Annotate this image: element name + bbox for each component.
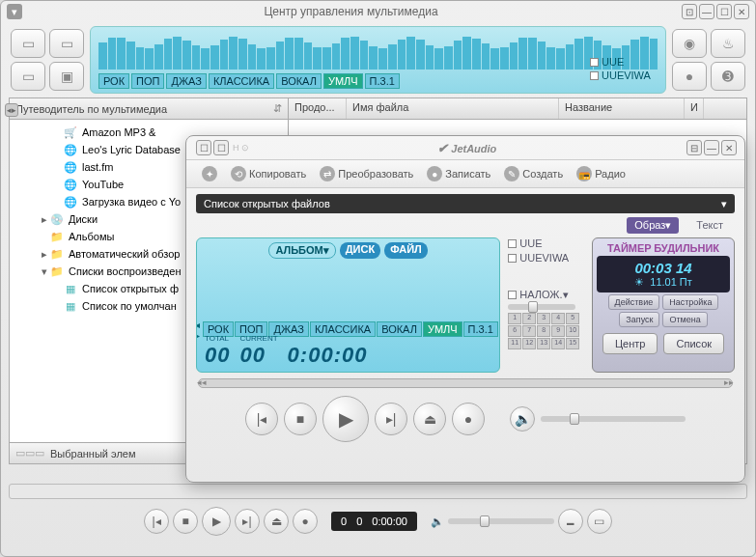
side-slider[interactable] [508, 304, 575, 310]
jetaudio-player-window: ☐ ☐ H ⊙ ✔ JetAudio ⊟ — ✕ ✦ ⟲Копировать⇄П… [185, 135, 745, 483]
mute-button[interactable]: 🗕 [558, 509, 583, 534]
play-button[interactable]: ▶ [202, 507, 231, 536]
preset-15[interactable]: 15 [566, 338, 579, 349]
tool-записать[interactable]: ●Записать [421, 163, 496, 184]
maximize-button[interactable]: ☐ [716, 4, 732, 19]
record-small-button[interactable]: ● [293, 509, 318, 534]
tool-радио[interactable]: 📻Радио [571, 163, 631, 184]
side-controls: UUE UUEVIWA НАЛОЖ.▾ 12345678910111213141… [508, 237, 584, 373]
player-min-button[interactable]: — [704, 140, 719, 155]
genre-рок[interactable]: РОК [98, 73, 129, 89]
tool-копировать[interactable]: ⟲Копировать [225, 163, 312, 184]
tool-menu-icon[interactable]: ✦ [196, 163, 223, 184]
genre-джаз[interactable]: ДЖАЗ [166, 73, 206, 89]
view-mode-4[interactable]: ▣ [49, 62, 84, 91]
playlist-title-bar[interactable]: Список открытых файлов ▾ [196, 194, 735, 213]
preset-12[interactable]: 12 [522, 338, 536, 349]
counter-display: 0 0 0:00:00 [331, 512, 417, 531]
preset-10[interactable]: 10 [566, 325, 579, 337]
preset-1[interactable]: 1 [508, 313, 521, 324]
file-chip[interactable]: ФАЙЛ [384, 242, 428, 259]
p-volume-slider[interactable] [541, 416, 686, 422]
genre-поп[interactable]: ПОП [131, 73, 164, 89]
preset-8[interactable]: 8 [537, 325, 550, 337]
preset-14[interactable]: 14 [551, 338, 565, 349]
album-chip[interactable]: АЛЬБОМ▾ [268, 242, 335, 259]
preset-2[interactable]: 2 [522, 313, 536, 324]
start-button[interactable]: Запуск [619, 312, 659, 327]
top-panel: ▭ ▭ ▭ ▣ РОКПОПДЖАЗКЛАССИКАВОКАЛУМЛЧП.3.1… [1, 22, 755, 97]
preset-11[interactable]: 11 [508, 338, 521, 349]
view-mode-2[interactable]: ▭ [49, 29, 84, 58]
preset-4[interactable]: 4 [551, 313, 565, 324]
view-mode-1[interactable]: ▭ [11, 29, 45, 58]
preset-7[interactable]: 7 [522, 325, 536, 337]
player-toolbar: ✦ ⟲Копировать⇄Преобразовать●Записать✎Соз… [186, 159, 744, 188]
settings-button[interactable]: Настройка [662, 294, 718, 310]
obraz-button[interactable]: Образ▾ [627, 217, 679, 234]
burn-button[interactable]: ◉ [672, 29, 707, 58]
col-header[interactable]: Имя файла [347, 98, 559, 119]
genre-классика[interactable]: КЛАССИКА [209, 73, 274, 89]
clock-display: 00:03 14 ☀11.01 Пт [597, 256, 730, 292]
player-seek-bar[interactable]: ◂◂▸▸ [198, 378, 733, 388]
player-sys-2[interactable]: ☐ [213, 140, 229, 155]
p-stop-button[interactable]: ■ [284, 403, 317, 435]
player-sys-1[interactable]: ☐ [196, 140, 211, 155]
panel-toggle-icon[interactable]: ◂▸ [5, 103, 18, 117]
genre-п.3.1[interactable]: П.3.1 [365, 73, 400, 89]
list-button[interactable]: Список [663, 333, 724, 354]
preset-13[interactable]: 13 [537, 338, 550, 349]
preset-3[interactable]: 3 [537, 313, 550, 324]
p-volume-icon[interactable]: 🔈 [510, 406, 535, 432]
record-button[interactable]: ● [672, 62, 707, 91]
prev-button[interactable]: |◂ [144, 509, 169, 534]
p-play-button[interactable]: ▶ [322, 396, 369, 442]
disk-chip[interactable]: ДИСК [340, 242, 380, 259]
p-prev-button[interactable]: |◂ [245, 403, 278, 435]
player-compact-button[interactable]: ⊟ [686, 140, 702, 155]
player-close-button[interactable]: ✕ [721, 140, 737, 155]
center-button[interactable]: Центр [602, 333, 658, 354]
seek-bar[interactable] [9, 484, 747, 499]
visualizer: РОКПОПДЖАЗКЛАССИКАВОКАЛУМЛЧП.3.1 UUE UUE… [90, 26, 666, 94]
tool-преобразовать[interactable]: ⇄Преобразовать [314, 163, 419, 184]
text-button[interactable]: Текст [688, 217, 731, 234]
volume-slider[interactable] [448, 518, 554, 524]
player-logo: ✔ JetAudio [249, 141, 685, 155]
stop-button[interactable]: ■ [173, 509, 198, 534]
preset-9[interactable]: 9 [551, 325, 565, 337]
view-mode-3[interactable]: ▭ [11, 62, 45, 91]
aux-button[interactable]: ▭ [587, 509, 612, 534]
p-record-button[interactable]: ● [452, 403, 485, 435]
col-header[interactable]: И [685, 98, 704, 119]
preset-5[interactable]: 5 [566, 313, 579, 324]
extra-button[interactable]: ⊡ [682, 4, 697, 19]
genre-умлч[interactable]: УМЛЧ [323, 73, 363, 89]
tool-создать[interactable]: ✎Создать [498, 163, 569, 184]
pin-icon[interactable]: H ⊙ [233, 143, 249, 153]
cancel-button[interactable]: Отмена [662, 312, 707, 327]
p-eject-button[interactable]: ⏏ [413, 403, 446, 435]
main-title-bar: ▾ Центр управления мультимедиа ⊡ — ☐ ✕ [1, 1, 755, 22]
next-button[interactable]: ▸| [235, 509, 260, 534]
menu-dropdown-icon[interactable]: ▾ [7, 4, 22, 19]
preset-6[interactable]: 6 [508, 325, 521, 337]
list-header: Продо...Имя файлаНазваниеИ [289, 98, 746, 120]
tree-header[interactable]: Путеводитель по мультимедиа ⇵ [10, 98, 288, 120]
preset-3-button[interactable]: ➌ [711, 62, 745, 91]
genre-вокал[interactable]: ВОКАЛ [276, 73, 322, 89]
action-button[interactable]: Действие [608, 294, 660, 310]
close-button[interactable]: ✕ [734, 4, 749, 19]
col-header[interactable]: Название [559, 98, 685, 119]
lcd-display: АЛЬБОМ▾ ДИСК ФАЙЛ РОКПОПДЖАЗКЛАССИКАВОКА… [196, 237, 500, 373]
p-next-button[interactable]: ▸| [375, 403, 407, 435]
bottom-player: |◂ ■ ▶ ▸| ⏏ ● 0 0 0:00:00 🔈 🗕 ▭ [1, 501, 755, 542]
ue-label-2: UUEVIWA [602, 70, 651, 81]
volume-icon[interactable]: 🔈 [431, 515, 444, 528]
eject-button[interactable]: ⏏ [264, 509, 289, 534]
rip-button[interactable]: ♨ [711, 29, 745, 58]
col-header[interactable]: Продо... [289, 98, 347, 119]
minimize-button[interactable]: — [699, 4, 714, 19]
player-controls: |◂ ■ ▶ ▸| ⏏ ● 🔈 [186, 392, 744, 450]
